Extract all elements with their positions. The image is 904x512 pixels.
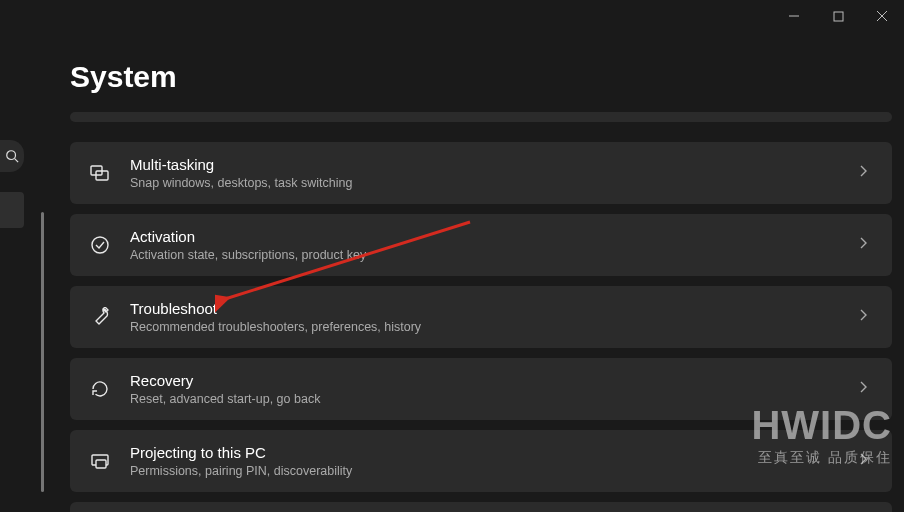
wrench-icon xyxy=(88,305,112,329)
card-remote-desktop[interactable]: Remote Desktop xyxy=(70,502,892,512)
sidebar-item-system[interactable] xyxy=(0,192,24,228)
multitask-icon xyxy=(88,161,112,185)
partial-card-top[interactable] xyxy=(70,112,892,122)
search-icon xyxy=(5,149,19,163)
chevron-right-icon xyxy=(856,164,870,182)
recovery-icon xyxy=(88,377,112,401)
close-button[interactable] xyxy=(872,6,892,26)
card-desc: Activation state, subscriptions, product… xyxy=(130,248,856,262)
sidebar-collapsed xyxy=(0,140,24,228)
card-title: Activation xyxy=(130,228,856,247)
check-circle-icon xyxy=(88,233,112,257)
card-desc: Snap windows, desktops, task switching xyxy=(130,176,856,190)
card-troubleshoot[interactable]: Troubleshoot Recommended troubleshooters… xyxy=(70,286,892,348)
maximize-button[interactable] xyxy=(828,6,848,26)
svg-line-5 xyxy=(15,159,19,163)
card-projecting[interactable]: Projecting to this PC Permissions, pairi… xyxy=(70,430,892,492)
card-desc: Reset, advanced start-up, go back xyxy=(130,392,856,406)
card-desc: Permissions, pairing PIN, discoverabilit… xyxy=(130,464,856,478)
card-multitasking[interactable]: Multi-tasking Snap windows, desktops, ta… xyxy=(70,142,892,204)
chevron-right-icon xyxy=(856,452,870,470)
chevron-right-icon xyxy=(856,380,870,398)
svg-point-4 xyxy=(7,151,16,160)
scrollbar-thumb[interactable] xyxy=(41,212,44,492)
card-title: Projecting to this PC xyxy=(130,444,856,463)
svg-rect-1 xyxy=(834,12,843,21)
minimize-button[interactable] xyxy=(784,6,804,26)
chevron-right-icon xyxy=(856,308,870,326)
window-titlebar xyxy=(784,0,904,32)
card-title: Recovery xyxy=(130,372,856,391)
card-recovery[interactable]: Recovery Reset, advanced start-up, go ba… xyxy=(70,358,892,420)
svg-rect-10 xyxy=(96,460,106,468)
card-activation[interactable]: Activation Activation state, subscriptio… xyxy=(70,214,892,276)
chevron-right-icon xyxy=(856,236,870,254)
card-title: Troubleshoot xyxy=(130,300,856,319)
projecting-icon xyxy=(88,449,112,473)
card-title: Multi-tasking xyxy=(130,156,856,175)
svg-point-8 xyxy=(92,237,108,253)
search-pill[interactable] xyxy=(0,140,24,172)
card-desc: Recommended troubleshooters, preferences… xyxy=(130,320,856,334)
page-title: System xyxy=(70,60,892,94)
